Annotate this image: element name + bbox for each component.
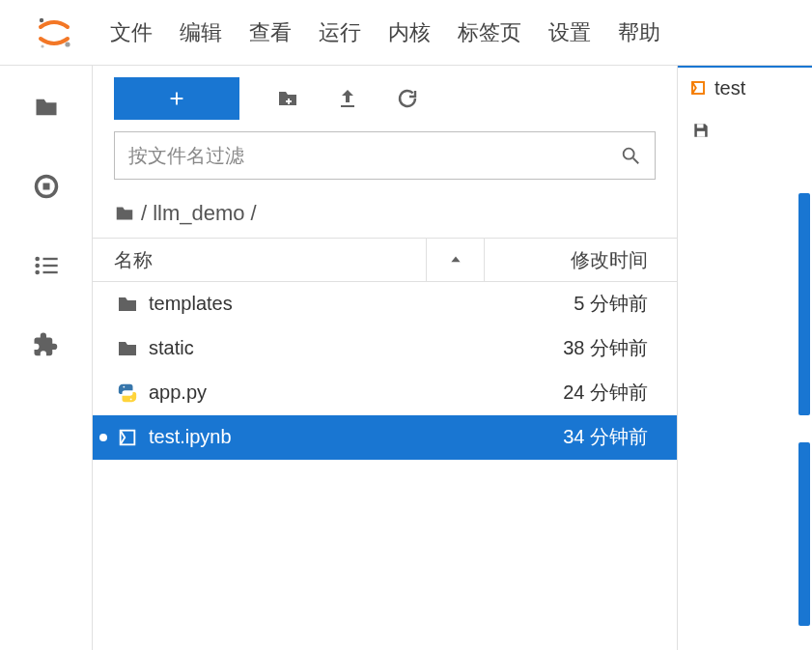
scrollbar-thumb[interactable] bbox=[798, 442, 810, 626]
svg-point-14 bbox=[624, 149, 634, 159]
svg-point-17 bbox=[130, 398, 132, 400]
file-toolbar bbox=[93, 66, 677, 131]
file-name: app.py bbox=[149, 382, 484, 404]
svg-rect-13 bbox=[341, 105, 354, 107]
svg-rect-10 bbox=[42, 271, 57, 273]
svg-rect-8 bbox=[42, 265, 57, 267]
file-row[interactable]: templates 5 分钟前 bbox=[93, 282, 677, 326]
python-icon bbox=[114, 380, 141, 407]
svg-point-9 bbox=[35, 270, 40, 275]
svg-point-1 bbox=[65, 42, 70, 46]
new-folder-icon[interactable] bbox=[276, 87, 299, 110]
file-name: static bbox=[149, 337, 484, 359]
new-launcher-button[interactable] bbox=[114, 77, 239, 120]
upload-icon[interactable] bbox=[336, 87, 359, 110]
menu-kernel[interactable]: 内核 bbox=[386, 14, 433, 51]
menu-bar: 文件 编辑 查看 运行 内核 标签页 设置 帮助 bbox=[0, 0, 812, 66]
svg-rect-20 bbox=[697, 124, 704, 127]
menu-settings[interactable]: 设置 bbox=[546, 14, 593, 51]
document-area: test bbox=[678, 66, 812, 650]
running-icon[interactable] bbox=[32, 172, 61, 201]
menu-tabs[interactable]: 标签页 bbox=[456, 14, 523, 51]
svg-rect-12 bbox=[286, 100, 292, 102]
notebook-icon bbox=[114, 424, 141, 451]
breadcrumb-sep: / bbox=[141, 201, 147, 226]
file-row[interactable]: static 38 分钟前 bbox=[93, 326, 677, 371]
svg-line-15 bbox=[633, 158, 639, 164]
jupyter-logo-icon bbox=[35, 14, 73, 52]
svg-point-16 bbox=[123, 385, 125, 387]
search-icon bbox=[620, 145, 641, 166]
svg-point-2 bbox=[41, 44, 43, 47]
svg-rect-6 bbox=[42, 258, 57, 260]
folder-icon[interactable] bbox=[32, 93, 61, 122]
file-modified: 34 分钟前 bbox=[484, 424, 677, 450]
menu-file[interactable]: 文件 bbox=[108, 14, 154, 51]
file-name: test.ipynb bbox=[149, 426, 484, 448]
breadcrumb[interactable]: / llm_demo / bbox=[93, 191, 677, 238]
svg-point-5 bbox=[35, 257, 40, 262]
file-modified: 5 分钟前 bbox=[484, 291, 677, 317]
notebook-toolbar bbox=[678, 108, 812, 153]
activity-bar bbox=[0, 66, 93, 650]
file-modified: 38 分钟前 bbox=[484, 335, 677, 361]
extensions-icon[interactable] bbox=[32, 330, 61, 359]
folder-icon bbox=[114, 335, 141, 362]
toc-icon[interactable] bbox=[32, 251, 61, 280]
svg-point-0 bbox=[40, 17, 43, 21]
menu-edit[interactable]: 编辑 bbox=[178, 14, 224, 51]
folder-icon[interactable] bbox=[114, 203, 135, 224]
svg-point-7 bbox=[35, 264, 40, 268]
file-browser: / llm_demo / 名称 修改时间 templates 5 分钟前 sta… bbox=[93, 66, 678, 650]
folder-icon bbox=[114, 291, 141, 318]
menu-help[interactable]: 帮助 bbox=[616, 14, 662, 51]
notebook-icon bbox=[689, 79, 707, 97]
file-modified: 24 分钟前 bbox=[484, 380, 677, 406]
running-indicator bbox=[93, 434, 114, 441]
filter-input[interactable] bbox=[128, 145, 620, 167]
file-name: templates bbox=[149, 293, 484, 315]
breadcrumb-sep: / bbox=[251, 201, 257, 226]
tab-label[interactable]: test bbox=[714, 77, 745, 99]
scrollbar-thumb[interactable] bbox=[798, 193, 810, 415]
refresh-icon[interactable] bbox=[396, 87, 419, 110]
file-row-selected[interactable]: test.ipynb 34 分钟前 bbox=[93, 415, 677, 460]
save-icon[interactable] bbox=[691, 121, 711, 140]
filter-box[interactable] bbox=[114, 131, 656, 180]
menu-view[interactable]: 查看 bbox=[247, 14, 294, 51]
file-row[interactable]: app.py 24 分钟前 bbox=[93, 371, 677, 415]
sort-asc-icon[interactable] bbox=[426, 239, 484, 281]
svg-rect-4 bbox=[42, 184, 49, 190]
list-header: 名称 修改时间 bbox=[93, 238, 677, 282]
column-name[interactable]: 名称 bbox=[93, 247, 426, 273]
svg-rect-21 bbox=[697, 131, 705, 137]
tab-bar: test bbox=[678, 66, 812, 108]
breadcrumb-folder[interactable]: llm_demo bbox=[153, 201, 244, 226]
column-modified[interactable]: 修改时间 bbox=[484, 239, 677, 281]
menu-run[interactable]: 运行 bbox=[317, 14, 363, 51]
